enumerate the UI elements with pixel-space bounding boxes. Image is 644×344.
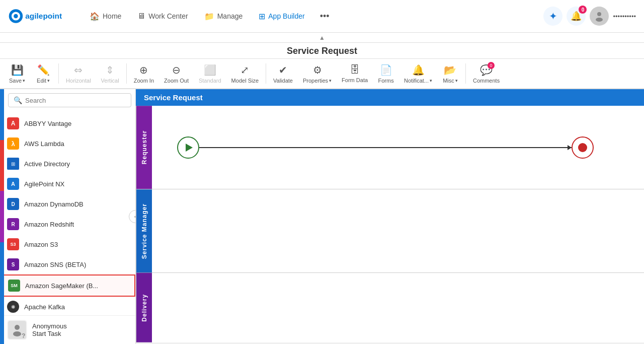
sidebar-bottom-item[interactable]: ? Anonymous Start Task xyxy=(0,315,135,344)
sidebar-item-kafka[interactable]: ❋ Apache Kafka xyxy=(0,297,135,315)
zoom-out-icon: ⊖ xyxy=(172,64,181,76)
active-directory-label: Active Directory xyxy=(24,160,70,168)
svg-point-5 xyxy=(596,18,603,22)
nav-items: 🏠 Home 🖥 Work Center 📁 Manage ⊞ App Buil… xyxy=(83,7,539,26)
sidebar-search-area: 🔍 xyxy=(0,89,135,111)
vertical-label: Vertical xyxy=(101,78,119,84)
validate-button[interactable]: ✔ Validate xyxy=(268,61,298,87)
sns-label: Amazon SNS (BETA) xyxy=(24,261,86,268)
start-node[interactable] xyxy=(177,136,199,159)
vertical-icon: ⇕ xyxy=(106,64,114,76)
abbyy-icon: A xyxy=(7,117,19,129)
forms-label: Forms xyxy=(378,78,393,84)
kafka-label: Apache Kafka xyxy=(24,303,65,311)
grid-icon: ⊞ xyxy=(259,12,265,21)
nav-workcenter-label: Work Center xyxy=(148,12,188,20)
model-size-label: Model Size xyxy=(231,78,259,84)
zoom-in-button[interactable]: ⊕ Zoom In xyxy=(129,61,159,87)
ai-button[interactable]: ✦ xyxy=(543,7,562,26)
model-size-icon: ⤢ xyxy=(240,64,249,76)
s3-icon: S3 xyxy=(7,238,19,250)
agilepoint-nx-icon: A xyxy=(7,178,19,190)
color-bar-blue2 xyxy=(0,242,4,293)
nav-manage[interactable]: 📁 Manage xyxy=(197,8,250,25)
zoom-out-button[interactable]: ⊖ Zoom Out xyxy=(159,61,194,87)
misc-label: Misc ▾ xyxy=(443,78,458,84)
misc-button[interactable]: 📂 Misc ▾ xyxy=(437,61,463,87)
standard-button[interactable]: ⬜ Standard xyxy=(194,61,226,87)
sidebar-item-sns[interactable]: S Amazon SNS (BETA) xyxy=(0,254,135,274)
notifications-button[interactable]: 🔔 0 xyxy=(567,7,586,26)
anonymous-task-label: Anonymous Start Task xyxy=(32,322,67,337)
save-button[interactable]: 💾 Save ▾ xyxy=(4,61,30,87)
home-icon: 🏠 xyxy=(90,12,100,21)
sidebar-item-aws-lambda[interactable]: λ AWS Lambda xyxy=(0,133,135,154)
color-bar-blue3 xyxy=(0,293,4,344)
toolbar-sep-2 xyxy=(126,63,127,84)
save-icon: 💾 xyxy=(11,64,24,76)
nav-appbuilder[interactable]: ⊞ App Builder xyxy=(252,8,311,25)
misc-icon: 📂 xyxy=(444,64,456,76)
sidebar-item-redshift[interactable]: R Amazon Redshift xyxy=(0,214,135,234)
comments-button[interactable]: 💬 0 Comments xyxy=(468,61,505,87)
sns-icon: S xyxy=(7,258,19,270)
s3-label: Amazon S3 xyxy=(24,241,58,248)
sidebar-item-agilepoint-nx[interactable]: A AgilePoint NX xyxy=(0,174,135,194)
lane-label-delivery: Delivery xyxy=(136,273,152,342)
nav-manage-label: Manage xyxy=(217,12,243,20)
search-input[interactable] xyxy=(25,97,126,104)
color-bar-purple xyxy=(0,191,4,242)
edit-label: Edit ▾ xyxy=(37,78,50,84)
horizontal-icon: ⇔ xyxy=(74,64,83,76)
nav-home[interactable]: 🏠 Home xyxy=(83,8,128,25)
vertical-button[interactable]: ⇕ Vertical xyxy=(96,61,124,87)
forms-button[interactable]: 📄 Forms xyxy=(373,61,399,87)
lane-content-delivery[interactable] xyxy=(152,273,644,342)
toolbar-sep-3 xyxy=(266,63,266,84)
sagemaker-icon: SM xyxy=(8,280,20,292)
sidebar-item-abbyy[interactable]: A ABBYY Vantage xyxy=(0,113,135,133)
properties-button[interactable]: ⚙ Properties ▾ xyxy=(298,61,337,87)
lane-label-service-manager: Service Manager xyxy=(136,189,152,272)
sidebar-item-sagemaker[interactable]: SM Amazon SageMaker (B... xyxy=(0,274,135,297)
lane-label-requester: Requester xyxy=(136,106,152,189)
end-node[interactable] xyxy=(572,136,594,159)
edit-icon: ✏️ xyxy=(37,64,50,76)
model-size-button[interactable]: ⤢ Model Size xyxy=(226,61,264,87)
comments-label: Comments xyxy=(473,78,500,84)
sidebar-item-s3[interactable]: S3 Amazon S3 xyxy=(0,234,135,254)
svg-text:?: ? xyxy=(22,332,25,339)
user-name: •••••••••• xyxy=(613,13,636,20)
nav-workcenter[interactable]: 🖥 Work Center xyxy=(130,8,195,25)
form-data-button[interactable]: 🗄 Form Data xyxy=(337,61,373,86)
sidebar-item-dynamodb[interactable]: D Amazon DynamoDB xyxy=(0,194,135,214)
collapse-bar[interactable]: ▲ xyxy=(0,33,644,43)
abbyy-label: ABBYY Vantage xyxy=(24,120,71,127)
svg-point-7 xyxy=(15,325,20,330)
notifications-toolbar-button[interactable]: 🔔 Notificat... ▾ xyxy=(399,61,437,87)
standard-icon: ⬜ xyxy=(204,64,216,76)
toolbar-sep-1 xyxy=(58,63,59,84)
nav-more-button[interactable]: ••• xyxy=(314,7,336,26)
lane-content-service-manager[interactable] xyxy=(152,189,644,272)
anonymous-icon: ? xyxy=(7,320,27,340)
zoom-out-label: Zoom Out xyxy=(164,78,189,84)
validate-label: Validate xyxy=(273,78,293,84)
horizontal-label: Horizontal xyxy=(66,78,91,84)
horizontal-button[interactable]: ⇔ Horizontal xyxy=(61,61,96,87)
edit-button[interactable]: ✏️ Edit ▾ xyxy=(30,61,56,87)
canvas-title: Service Request xyxy=(136,89,644,106)
kafka-icon: ❋ xyxy=(7,301,19,313)
logo[interactable]: agilepoint xyxy=(8,7,68,25)
flow-arrow xyxy=(199,147,572,148)
standard-label: Standard xyxy=(199,78,221,84)
end-node-inner xyxy=(578,143,587,152)
avatar[interactable] xyxy=(590,7,609,26)
save-label: Save ▾ xyxy=(9,78,25,84)
properties-icon: ⚙ xyxy=(313,64,322,76)
redshift-icon: R xyxy=(7,218,19,230)
lane-content-requester[interactable] xyxy=(152,106,644,189)
sidebar-item-active-directory[interactable]: ⊞ Active Directory xyxy=(0,154,135,174)
notifications-badge: 0 xyxy=(579,6,587,14)
dynamodb-icon: D xyxy=(7,198,19,210)
